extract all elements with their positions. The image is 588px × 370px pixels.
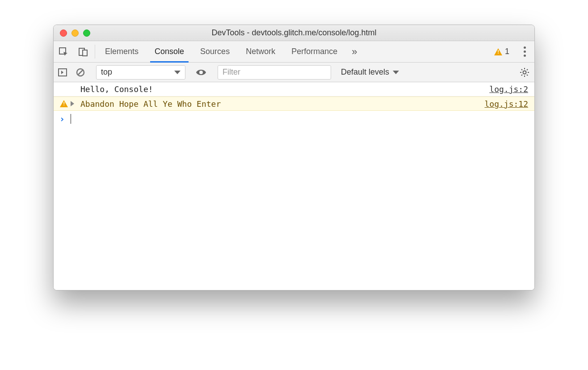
svg-line-13 [527,75,528,76]
svg-line-14 [521,75,522,76]
svg-line-5 [78,70,83,75]
main-tabbar: Elements Console Sources Network Perform… [54,41,534,63]
console-settings-icon[interactable] [515,67,534,77]
tab-console[interactable]: Console [147,41,192,62]
device-toolbar-icon[interactable] [73,41,93,62]
chevron-down-icon [174,71,181,74]
warning-message: Abandon Hope All Ye Who Enter [78,99,484,109]
levels-label: Default levels [341,67,389,77]
execution-context-select[interactable]: top [96,65,185,80]
tab-performance[interactable]: Performance [283,41,345,62]
console-row-warning: Abandon Hope All Ye Who Enter log.js:12 [54,97,534,111]
warning-count: 1 [505,47,509,56]
toggle-sidebar-icon[interactable] [54,68,71,76]
console-row-log: Hello, Console! log.js:2 [54,82,534,97]
svg-point-6 [199,71,203,74]
tab-network[interactable]: Network [238,41,283,62]
warning-icon [494,48,502,55]
window-controls [54,29,90,37]
expand-toggle[interactable] [71,101,78,106]
prompt-chevron-icon: › [57,114,67,124]
source-link[interactable]: log.js:2 [489,84,528,94]
log-levels-select[interactable]: Default levels [335,67,405,77]
devtools-window: DevTools - devtools.glitch.me/console/lo… [53,25,535,290]
log-message: Hello, Console! [78,84,489,94]
warning-icon [60,100,68,107]
separator [95,45,95,59]
filter-input[interactable] [218,65,331,80]
chevron-down-icon [393,71,399,74]
inspect-element-icon[interactable] [54,41,73,62]
live-expression-icon[interactable] [192,69,210,76]
svg-rect-2 [83,50,87,56]
panel-tabs: Elements Console Sources Network Perform… [97,41,489,62]
fullscreen-button[interactable] [83,29,90,37]
more-tabs-button[interactable]: » [345,41,363,62]
console-toolbar: top Default levels [54,63,534,82]
clear-console-icon[interactable] [71,68,89,77]
text-cursor [71,114,71,124]
source-link[interactable]: log.js:12 [484,99,528,109]
titlebar: DevTools - devtools.glitch.me/console/lo… [54,25,534,41]
close-button[interactable] [60,29,67,37]
svg-line-15 [527,69,528,70]
console-prompt[interactable]: › [54,111,534,127]
window-title: DevTools - devtools.glitch.me/console/lo… [54,28,534,38]
console-output: Hello, Console! log.js:2 Abandon Hope Al… [54,82,534,290]
minimize-button[interactable] [71,29,79,37]
svg-line-12 [521,69,522,70]
warning-count-badge[interactable]: 1 [489,41,515,62]
context-select-value: top [101,67,112,77]
tab-elements[interactable]: Elements [97,41,147,62]
chevron-right-icon [71,101,74,106]
settings-menu-button[interactable] [515,41,534,62]
svg-point-7 [523,71,526,74]
row-icon-slot [57,100,71,107]
tab-sources[interactable]: Sources [192,41,238,62]
